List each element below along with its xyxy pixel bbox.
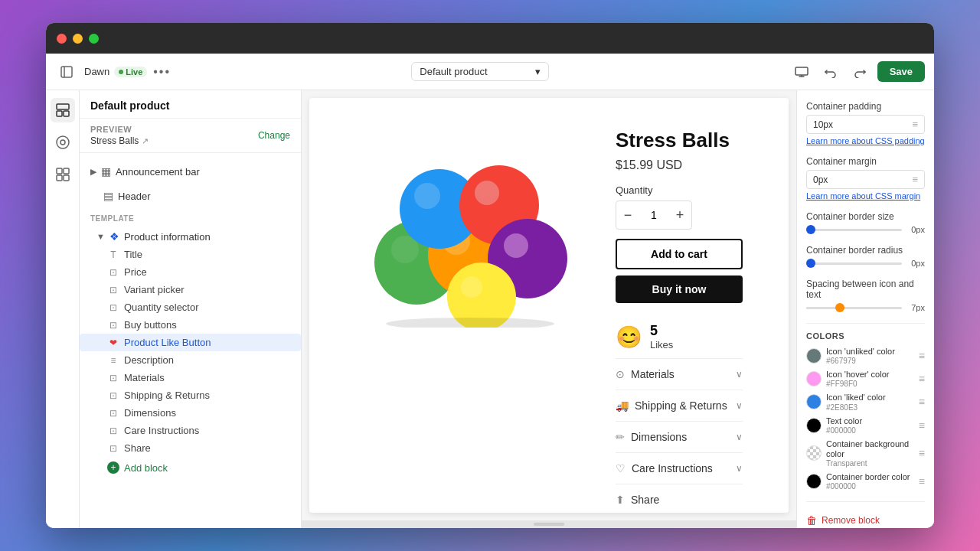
icon-liked-color-swatch[interactable] [806, 394, 822, 409]
materials-chevron-icon: ∨ [736, 369, 743, 380]
tree-item-share[interactable]: ⊡ Share [80, 439, 301, 457]
more-options-button[interactable]: ••• [153, 65, 171, 79]
spacing-slider-row: 7px [806, 303, 925, 312]
container-border-size-label: Container border size [806, 211, 925, 222]
traffic-light-yellow[interactable] [73, 34, 83, 44]
buy-buttons-icon: ⊡ [107, 320, 119, 331]
learn-css-padding-link[interactable]: Learn more about CSS padding [806, 136, 925, 145]
canvas-resizer[interactable] [302, 520, 796, 528]
spacing-thumb[interactable] [835, 303, 844, 312]
resizer-handle [534, 523, 564, 526]
tree-item-care-instructions[interactable]: ⊡ Care Instructions [80, 422, 301, 439]
quantity-increase-button[interactable]: + [668, 201, 691, 229]
like-icon[interactable]: 😊 [616, 324, 642, 350]
share-collapsible-label: Share [631, 494, 659, 506]
share-collapsible-icon: ⬆ [616, 494, 625, 506]
text-color-swatch[interactable] [806, 418, 822, 433]
product-selector[interactable]: Default product ▾ [411, 62, 549, 81]
product-info: Stress Balls $15.99 USD Quantity − 1 + A… [616, 121, 743, 513]
product-selector-chevron-icon: ▾ [535, 66, 541, 77]
share-icon: ⊡ [107, 443, 119, 454]
sidebar-toggle-button[interactable] [55, 60, 78, 83]
preview-label: PREVIEW [90, 125, 149, 134]
product-info-section: ▼ ❖ Product information T Title ⊡ Price [80, 226, 301, 480]
header-section-header[interactable]: ▤ Header [80, 187, 301, 205]
container-margin-section: Container margin 0px ≡ Learn more about … [806, 156, 925, 201]
change-link[interactable]: Change [258, 130, 290, 141]
container-bg-color-hex: Transparent [826, 459, 914, 468]
sidebar-icon-theme[interactable] [51, 130, 75, 155]
svg-rect-7 [64, 111, 69, 116]
add-to-cart-button[interactable]: Add to cart [616, 239, 743, 269]
tree-item-dimensions[interactable]: ⊡ Dimensions [80, 404, 301, 422]
title-icon: T [107, 249, 119, 260]
desktop-view-button[interactable] [790, 60, 813, 83]
tree-item-shipping-returns[interactable]: ⊡ Shipping & Returns [80, 386, 301, 404]
icon-hover-color-menu-icon[interactable]: ≡ [919, 373, 925, 385]
materials-icon: ⊡ [107, 373, 119, 383]
collapsible-care[interactable]: ♡ Care Instructions ∨ [616, 452, 743, 484]
shipping-collapsible-label: Shipping & Returns [635, 399, 727, 412]
announcement-bar-header[interactable]: ▶ ▦ Announcement bar [80, 162, 301, 181]
tree-item-materials[interactable]: ⊡ Materials [80, 369, 301, 386]
tree-item-price[interactable]: ⊡ Price [80, 263, 301, 281]
collapsible-shipping[interactable]: 🚚 Shipping & Returns ∨ [616, 390, 743, 421]
buy-now-button[interactable]: Buy it now [616, 276, 743, 303]
collapsible-share[interactable]: ⬆ Share [616, 484, 743, 513]
sidebar-icon-sections[interactable] [51, 98, 75, 122]
browser-window: Dawn Live ••• Default product ▾ [46, 23, 934, 528]
tree-item-title[interactable]: T Title [80, 246, 301, 263]
tree-item-description[interactable]: ≡ Description [80, 351, 301, 369]
border-radius-thumb[interactable] [806, 259, 815, 268]
tree-item-product-like-button[interactable]: ❤ Product Like Button [80, 334, 301, 351]
border-size-slider[interactable] [806, 229, 902, 231]
traffic-light-red[interactable] [57, 34, 67, 44]
undo-button[interactable] [819, 60, 842, 83]
add-block-label: Add block [124, 462, 168, 474]
traffic-light-green[interactable] [89, 34, 99, 44]
color-row-hover: Icon 'hover' color #FF98F0 ≡ [806, 370, 925, 388]
quantity-decrease-button[interactable]: − [616, 201, 639, 229]
container-bg-color-menu-icon[interactable]: ≡ [919, 447, 925, 459]
product-info-header[interactable]: ▼ ❖ Product information [80, 227, 301, 246]
container-border-color-hex: #000000 [826, 482, 914, 491]
icon-unliked-color-hex: #667979 [826, 357, 914, 365]
border-radius-slider-row: 0px [806, 259, 925, 268]
container-border-color-swatch[interactable] [806, 474, 822, 489]
icon-unliked-color-menu-icon[interactable]: ≡ [919, 350, 925, 362]
border-size-slider-row: 0px [806, 225, 925, 234]
template-section-label: TEMPLATE [80, 208, 301, 226]
border-size-thumb[interactable] [806, 225, 815, 234]
collapsible-materials[interactable]: ⊙ Materials ∨ [616, 358, 743, 390]
top-toolbar: Dawn Live ••• Default product ▾ [46, 54, 934, 90]
icon-liked-color-name: Icon 'liked' color [826, 393, 914, 403]
icon-unliked-color-swatch[interactable] [806, 348, 822, 364]
container-border-color-info: Container border color #000000 [826, 472, 914, 491]
text-color-menu-icon[interactable]: ≡ [919, 419, 925, 432]
stress-balls-image [363, 129, 577, 328]
store-preview: Stress Balls $15.99 USD Quantity − 1 + A… [309, 98, 789, 513]
spacing-slider[interactable] [806, 307, 902, 309]
border-radius-slider[interactable] [806, 262, 902, 265]
save-button[interactable]: Save [877, 61, 925, 82]
tree-item-quantity-selector[interactable]: ⊡ Quantity selector [80, 298, 301, 316]
quantity-selector-icon: ⊡ [107, 302, 119, 313]
icon-hover-color-swatch[interactable] [806, 371, 822, 386]
container-border-color-menu-icon[interactable]: ≡ [919, 475, 925, 487]
collapsible-dimensions[interactable]: ✏ Dimensions ∨ [616, 421, 743, 452]
border-radius-value: 0px [906, 259, 925, 268]
tree-item-variant-picker[interactable]: ⊡ Variant picker [80, 281, 301, 298]
learn-css-margin-link[interactable]: Learn more about CSS margin [806, 191, 925, 201]
redo-button[interactable] [848, 60, 871, 83]
icon-liked-color-menu-icon[interactable]: ≡ [919, 396, 925, 408]
remove-block-button[interactable]: 🗑 Remove block [806, 510, 925, 528]
container-margin-input[interactable]: 0px ≡ [806, 170, 925, 189]
left-panel: Default product PREVIEW Stress Balls ↗ C… [80, 90, 302, 528]
container-padding-input[interactable]: 10px ≡ [806, 115, 925, 134]
add-block-button[interactable]: + Add block [80, 457, 301, 478]
sidebar-icon-apps[interactable] [51, 162, 75, 187]
svg-rect-10 [57, 168, 62, 174]
live-label: Live [126, 67, 142, 77]
container-bg-color-swatch[interactable] [806, 445, 822, 461]
tree-item-buy-buttons[interactable]: ⊡ Buy buttons [80, 316, 301, 334]
